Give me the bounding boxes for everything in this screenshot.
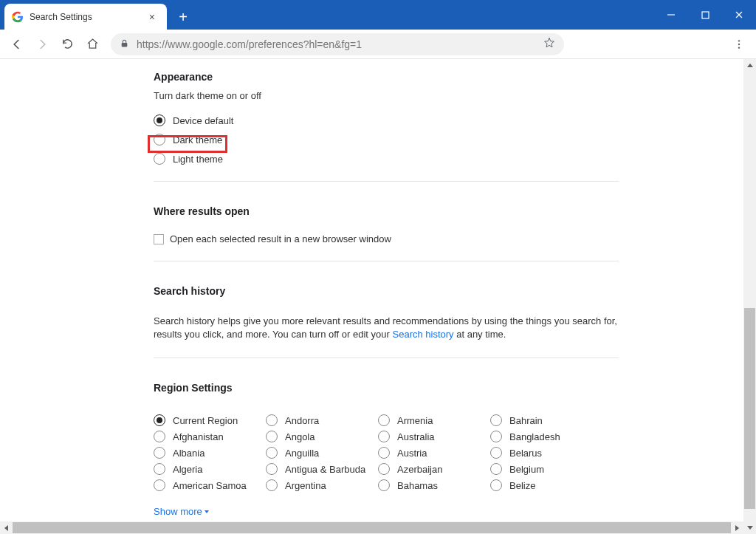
svg-point-7 — [738, 47, 740, 48]
option-label: Belarus — [509, 448, 542, 459]
scroll-down-arrow[interactable] — [743, 521, 756, 534]
option-label: Bahrain — [509, 415, 543, 426]
browser-toolbar: https://www.google.com/preferences?hl=en… — [0, 30, 756, 59]
caret-down-icon — [205, 510, 209, 513]
region-option[interactable]: Argentina — [266, 479, 378, 491]
search-history-text: Search history helps give you more relev… — [154, 315, 619, 341]
option-label: Afghanistan — [173, 431, 224, 442]
radio-icon[interactable] — [490, 414, 502, 426]
radio-icon[interactable] — [266, 463, 278, 475]
search-history-text-after: at any time. — [454, 329, 506, 340]
option-label: Armenia — [397, 415, 433, 426]
region-option[interactable]: Bangladesh — [490, 431, 602, 442]
region-option[interactable]: Albania — [154, 447, 266, 459]
region-option[interactable]: Afghanistan — [154, 431, 266, 442]
scroll-up-arrow[interactable] — [743, 59, 756, 72]
url-text: https://www.google.com/preferences?hl=en… — [137, 38, 536, 50]
maximize-button[interactable] — [688, 0, 722, 30]
option-label: Angola — [285, 431, 315, 442]
radio-icon[interactable] — [378, 479, 390, 491]
option-label: Bahamas — [397, 480, 438, 491]
region-option[interactable]: Current Region — [154, 414, 266, 426]
region-option[interactable]: Belize — [490, 479, 602, 491]
radio-icon[interactable] — [266, 447, 278, 459]
back-button[interactable] — [6, 33, 28, 55]
region-option[interactable]: Bahamas — [378, 479, 490, 491]
scrollbar-thumb[interactable] — [744, 308, 755, 509]
radio-icon[interactable] — [490, 463, 502, 475]
appearance-heading: Appearance — [154, 66, 619, 90]
radio-icon[interactable] — [154, 447, 165, 459]
appearance-option-device-default[interactable]: Device default — [154, 114, 619, 126]
radio-icon[interactable] — [378, 431, 390, 442]
reload-button[interactable] — [56, 33, 78, 55]
search-history-link[interactable]: Search history — [393, 329, 454, 340]
option-label: Albania — [173, 448, 205, 459]
option-label: Austria — [397, 448, 427, 459]
radio-icon[interactable] — [266, 479, 278, 491]
close-tab-button[interactable]: × — [145, 11, 159, 23]
region-option[interactable]: Belarus — [490, 447, 602, 459]
horizontal-scrollbar[interactable] — [0, 521, 743, 534]
region-option[interactable]: Antigua & Barbuda — [266, 463, 378, 475]
region-option[interactable]: Austria — [378, 447, 490, 459]
home-button[interactable] — [81, 33, 103, 55]
region-option[interactable]: Belgium — [490, 463, 602, 475]
appearance-subtitle: Turn dark theme on or off — [154, 90, 619, 101]
radio-icon[interactable] — [154, 414, 165, 426]
region-option[interactable]: Australia — [378, 431, 490, 442]
radio-icon[interactable] — [490, 479, 502, 491]
radio-icon[interactable] — [266, 414, 278, 426]
radio-icon[interactable] — [154, 153, 165, 165]
address-bar[interactable]: https://www.google.com/preferences?hl=en… — [111, 33, 564, 55]
browser-tab[interactable]: Search Settings × — [4, 4, 167, 30]
minimize-button[interactable] — [654, 0, 688, 30]
radio-icon[interactable] — [154, 431, 165, 442]
region-option[interactable]: Algeria — [154, 463, 266, 475]
option-label: Algeria — [173, 464, 202, 475]
radio-icon[interactable] — [378, 463, 390, 475]
scroll-right-arrow[interactable] — [731, 521, 743, 534]
option-label: Antigua & Barbuda — [285, 464, 365, 475]
vertical-scrollbar[interactable] — [743, 59, 756, 534]
appearance-option-dark-theme[interactable]: Dark theme — [154, 134, 619, 146]
radio-icon[interactable] — [490, 431, 502, 442]
open-new-window-checkbox-row[interactable]: Open each selected result in a new brows… — [154, 233, 619, 244]
scrollbar-thumb[interactable] — [13, 522, 731, 533]
radio-icon[interactable] — [378, 447, 390, 459]
option-label: Current Region — [173, 415, 238, 426]
option-label: Andorra — [285, 415, 319, 426]
svg-rect-1 — [702, 12, 709, 18]
option-label: Anguilla — [285, 448, 319, 459]
bookmark-star-icon[interactable] — [543, 37, 555, 52]
option-label: Belgium — [509, 464, 544, 475]
radio-icon[interactable] — [490, 447, 502, 459]
forward-button[interactable] — [31, 33, 53, 55]
region-option[interactable]: Anguilla — [266, 447, 378, 459]
scrollbar-track[interactable] — [743, 72, 756, 521]
radio-icon[interactable] — [266, 431, 278, 442]
show-more-regions[interactable]: Show more — [154, 506, 619, 517]
radio-icon[interactable] — [154, 463, 165, 475]
close-window-button[interactable] — [722, 0, 756, 30]
region-option[interactable]: Bahrain — [490, 414, 602, 426]
checkbox-icon[interactable] — [154, 234, 164, 244]
region-option[interactable]: Angola — [266, 431, 378, 442]
region-option[interactable]: Azerbaijan — [378, 463, 490, 475]
svg-point-5 — [738, 40, 740, 41]
appearance-option-light-theme[interactable]: Light theme — [154, 153, 619, 165]
radio-icon[interactable] — [154, 134, 165, 146]
region-option[interactable]: American Samoa — [154, 479, 266, 491]
radio-icon[interactable] — [154, 479, 165, 491]
tab-title: Search Settings — [30, 12, 139, 22]
option-label: Belize — [509, 480, 535, 491]
region-option[interactable]: Armenia — [378, 414, 490, 426]
show-more-label: Show more — [154, 506, 202, 517]
browser-menu-button[interactable] — [728, 33, 750, 55]
section-separator — [154, 261, 619, 261]
new-tab-button[interactable]: + — [173, 7, 193, 27]
radio-icon[interactable] — [378, 414, 390, 426]
radio-icon[interactable] — [154, 114, 165, 126]
region-option[interactable]: Andorra — [266, 414, 378, 426]
scroll-left-arrow[interactable] — [0, 521, 13, 534]
